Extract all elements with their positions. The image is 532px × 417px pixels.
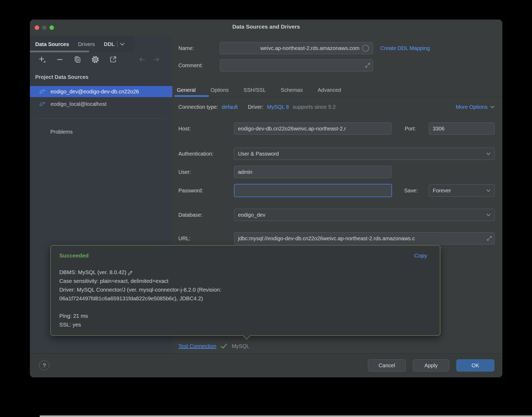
host-input[interactable]: eodigo-dev-db.cn22o26weivc.ap-northeast-… [234,123,391,135]
db-type-label: MySQL [232,343,249,349]
popup-line: Case sensitivity: plain=exact, delimited… [59,277,429,285]
name-label: Name: [178,42,194,54]
question-icon[interactable]: ? [39,360,49,370]
driver-note: supports since 5.2 [293,104,336,110]
driver-value[interactable]: MySQL 8 [267,104,289,110]
popup-line: Ping: 21 ms [59,311,429,320]
tab-options[interactable]: Options [210,87,229,93]
popup-line: 06a1f724497fd81c6a659131fda822c9e5085b6c… [59,294,429,303]
sidebar-toolbar [30,54,172,65]
tab-ssh-ssl[interactable]: SSH/SSL [244,87,266,93]
settings-tabs: General Options SSH/SSL Schemas Advanced [172,83,502,97]
name-value: weivc.ap-northeast-2.rds.amazonaws.com [260,45,359,51]
active-sidebar-tab-underline [30,51,89,52]
problems-item[interactable]: Problems [50,129,73,135]
tab-general[interactable]: General [177,87,196,93]
tab-ddl-label: DDL [104,41,115,47]
comment-label: Comment: [178,59,203,71]
user-value: admin [238,169,252,175]
data-source-item-selected[interactable]: eodigo_dev@eodigo-dev-db.cn22o26 [30,86,172,97]
test-connection-row: Test Connection MySQL [178,341,249,351]
chevron-down-icon [486,189,491,192]
password-row: Password: Save: Forever [172,184,502,197]
expand-icon[interactable] [365,62,371,68]
footer: ? Cancel Apply OK [30,353,502,377]
open-in-new-icon[interactable] [109,55,117,64]
data-source-label: eodigo_local@localhost [51,101,107,107]
url-input[interactable]: jdbc:mysql://eodigo-dev-db.cn22o26weivc.… [234,232,495,244]
url-row: URL: jdbc:mysql://eodigo-dev-db.cn22o26w… [172,232,502,244]
url-label: URL: [178,232,191,244]
data-sources-dialog: Data Sources and Drivers Data Sources Dr… [30,20,502,377]
tab-ddl[interactable]: DDL [104,41,125,47]
password-label: Password: [178,184,203,197]
dbms-line: DBMS: MySQL (ver. 8.0.42) [59,268,126,277]
authentication-row: Authentication: User & Password [172,148,502,160]
popup-body: DBMS: MySQL (ver. 8.0.42) Case sensitivi… [59,268,429,329]
connection-type-row: Connection type: default Driver: MySQL 8… [172,102,502,112]
chevron-down-icon [486,152,491,155]
sidebar-divider [35,118,167,119]
comment-row: Comment: [172,59,502,71]
database-select[interactable]: eodigo_dev [234,209,495,221]
host-value: eodigo-dev-db.cn22o26weivc.ap-northeast-… [238,126,346,132]
authentication-select[interactable]: User & Password [234,148,495,160]
tab-data-sources[interactable]: Data Sources [35,41,69,47]
name-input[interactable]: weivc.ap-northeast-2.rds.amazonaws.com [220,42,373,54]
mysql-dolphin-icon [39,88,46,95]
host-label: Host: [178,123,191,135]
forward-icon[interactable] [153,57,160,62]
project-data-sources-header: Project Data Sources [35,74,88,80]
tab-schemas[interactable]: Schemas [281,87,303,93]
remove-icon[interactable] [56,55,64,64]
tab-advanced[interactable]: Advanced [318,87,341,93]
sidebar-tabstrip: Data Sources Drivers DDL [30,36,134,52]
save-select[interactable]: Forever [429,184,495,197]
save-label: Save: [404,184,418,197]
expand-icon[interactable] [486,235,492,241]
gear-icon[interactable] [91,55,100,64]
copy-icon[interactable] [73,55,82,64]
chevron-down-icon [486,214,491,216]
tabs-divider [172,97,502,97]
screen: Data Sources and Drivers Data Sources Dr… [0,0,532,417]
user-label: User: [178,166,191,178]
popup-status: Succeeded [59,252,89,259]
data-source-item[interactable]: eodigo_local@localhost [30,98,172,110]
port-input[interactable]: 3306 [429,123,495,135]
popup-line: Driver: MySQL Connector/J (ver. mysql-co… [59,285,429,294]
mysql-dolphin-icon [39,101,46,107]
tab-drivers[interactable]: Drivers [78,41,95,47]
authentication-label: Authentication: [178,148,213,160]
connection-type-label: Connection type: [178,104,218,110]
database-value: eodigo_dev [238,212,265,218]
driver-label: Driver: [248,104,263,110]
copy-link[interactable]: Copy [414,252,427,259]
background-window-edge [40,415,532,417]
port-value: 3306 [433,126,445,132]
user-row: User: admin [172,166,502,178]
dialog-title: Data Sources and Drivers [30,24,502,30]
password-input[interactable] [234,184,392,197]
connection-type-value[interactable]: default [222,104,238,110]
title-bar: Data Sources and Drivers [30,20,502,36]
chevron-down-icon [490,106,495,108]
data-source-label: eodigo_dev@eodigo-dev-db.cn22o26 [51,89,139,95]
more-options-button[interactable]: More Options [456,102,495,112]
database-label: Database: [178,209,202,221]
port-label: Port: [405,123,416,135]
test-connection-link[interactable]: Test Connection [178,343,216,349]
add-icon[interactable] [38,55,46,64]
back-icon[interactable] [138,57,146,62]
pencil-icon[interactable] [127,269,133,275]
apply-button[interactable]: Apply [413,359,449,371]
create-ddl-mapping-link[interactable]: Create DDL Mapping [380,45,430,51]
database-row: Database: eodigo_dev [172,209,502,221]
chevron-down-icon[interactable] [120,43,125,46]
user-input[interactable]: admin [234,166,391,178]
comment-input[interactable] [220,59,373,71]
more-options-label: More Options [456,104,488,110]
cancel-button[interactable]: Cancel [368,359,406,371]
ok-button[interactable]: OK [456,359,494,371]
host-row: Host: eodigo-dev-db.cn22o26weivc.ap-nort… [172,123,502,135]
